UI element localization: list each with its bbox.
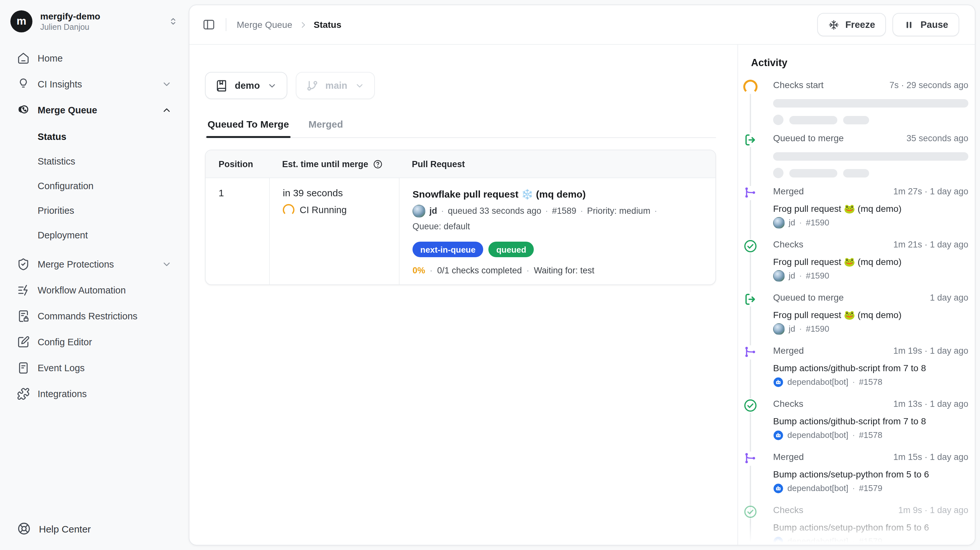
chevron-up-icon bbox=[162, 105, 172, 115]
activity-author: dependabot[bot] bbox=[788, 376, 848, 388]
sidebar-item-merge-queue[interactable]: Merge Queue bbox=[10, 97, 178, 123]
activity-panel: Activity Checks start7s · 29 seconds ago… bbox=[737, 45, 975, 545]
mergify-logo: m bbox=[10, 10, 32, 32]
sidebar-toggle-icon[interactable] bbox=[202, 18, 215, 31]
sidebar: m mergify-demo Julien Danjou HomeCI Insi… bbox=[0, 0, 189, 550]
avatar-jd bbox=[773, 217, 785, 228]
activity-pr-title[interactable]: Frog pull request 🐸 (mq demo) bbox=[773, 201, 968, 216]
tab-merged[interactable]: Merged bbox=[307, 115, 344, 137]
checks-completed: 0/1 checks completed bbox=[437, 266, 522, 275]
column-pull-request: Pull Request bbox=[399, 159, 715, 169]
pr-title[interactable]: Snowflake pull request ❄️ (mq demo) bbox=[412, 187, 715, 201]
sidebar-item-label: Integrations bbox=[38, 389, 172, 399]
sidebar-item-integrations[interactable]: Integrations bbox=[10, 381, 178, 407]
shield-check-icon bbox=[17, 258, 30, 271]
sidebar-item-status[interactable]: Status bbox=[10, 126, 178, 148]
sidebar-item-help-center[interactable]: Help Center bbox=[10, 516, 178, 542]
activity-entry[interactable]: Queued to merge1 day agoFrog pull reques… bbox=[743, 292, 968, 345]
column-position: Position bbox=[205, 159, 269, 169]
activity-entry-time: 1 day ago bbox=[930, 293, 968, 303]
sidebar-item-label: Commands Restrictions bbox=[38, 311, 172, 321]
sidebar-item-statistics[interactable]: Statistics bbox=[10, 150, 178, 172]
pr-meta: jd · queued 33 seconds ago · #1589 · Pri… bbox=[412, 205, 715, 218]
org-owner: Julien Danjou bbox=[40, 22, 160, 32]
sidebar-item-label: Merge Queue bbox=[38, 105, 154, 115]
table-row[interactable]: 1 in 39 seconds CI Running Snowflake pul… bbox=[205, 178, 715, 284]
pr-author: jd bbox=[430, 205, 437, 218]
puzzle-icon bbox=[17, 387, 30, 400]
activity-entry-title: Checks start bbox=[773, 80, 824, 90]
repository-select[interactable]: demo bbox=[205, 72, 287, 99]
pr-queue: Queue: default bbox=[412, 220, 715, 233]
dependabot-icon bbox=[773, 377, 783, 387]
sidebar-item-priorities[interactable]: Priorities bbox=[10, 200, 178, 222]
row-chevron-right-icon[interactable] bbox=[696, 189, 706, 199]
activity-author: dependabot[bot] bbox=[788, 482, 848, 494]
activity-pr-title[interactable]: Bump actions/github-script from 7 to 8 bbox=[773, 414, 968, 428]
activity-title: Activity bbox=[751, 56, 968, 69]
queue-table: Position Est. time until merge Pull Requ… bbox=[205, 150, 716, 285]
sidebar-item-event-logs[interactable]: Event Logs bbox=[10, 355, 178, 381]
activity-entry[interactable]: Checks1m 21s · 1 day agoFrog pull reques… bbox=[743, 239, 968, 292]
skeleton-bar bbox=[843, 116, 869, 124]
topbar-divider bbox=[226, 18, 226, 31]
chevron-down-icon bbox=[267, 81, 277, 90]
sidebar-item-commands-restrictions[interactable]: Commands Restrictions bbox=[10, 303, 178, 329]
sidebar-item-workflow-automation[interactable]: Workflow Automation bbox=[10, 277, 178, 303]
pause-button[interactable]: Pause bbox=[893, 13, 959, 36]
activity-pr-title[interactable]: Bump actions/setup-python from 5 to 6 bbox=[773, 520, 968, 534]
activity-entry[interactable]: Checks1m 9s · 1 day agoBump actions/setu… bbox=[743, 505, 968, 545]
checks-progress: 0% bbox=[412, 266, 425, 275]
snowflake-icon bbox=[829, 19, 840, 30]
main-card: Merge Queue Status Freeze Pause bbox=[189, 5, 975, 545]
activity-entry[interactable]: Checks1m 13s · 1 day agoBump actions/git… bbox=[743, 398, 968, 452]
sidebar-item-home[interactable]: Home bbox=[10, 45, 178, 71]
activity-pr-title[interactable]: Bump actions/github-script from 7 to 8 bbox=[773, 361, 968, 375]
activity-entry[interactable]: Merged1m 15s · 1 day agoBump actions/set… bbox=[743, 452, 968, 505]
freeze-button[interactable]: Freeze bbox=[818, 13, 886, 36]
activity-pr-title[interactable]: Frog pull request 🐸 (mq demo) bbox=[773, 255, 968, 269]
queue-main: demo main Queued To Merge Merged Po bbox=[189, 45, 737, 545]
sidebar-item-deployment[interactable]: Deployment bbox=[10, 224, 178, 246]
branch-select[interactable]: main bbox=[296, 72, 375, 99]
activity-entry[interactable]: Merged1m 27s · 1 day agoFrog pull reques… bbox=[743, 186, 968, 239]
activity-entry-title: Merged bbox=[773, 345, 804, 356]
activity-pr-title[interactable]: Bump actions/setup-python from 5 to 6 bbox=[773, 467, 968, 481]
ci-running-spinner-icon bbox=[283, 204, 294, 216]
lightbulb-icon bbox=[17, 78, 30, 91]
org-switcher[interactable]: m mergify-demo Julien Danjou bbox=[0, 0, 189, 41]
activity-author: jd bbox=[789, 269, 795, 282]
breadcrumb-merge-queue[interactable]: Merge Queue bbox=[237, 19, 292, 30]
sidebar-item-config-editor[interactable]: Config Editor bbox=[10, 329, 178, 355]
ci-status: CI Running bbox=[300, 205, 347, 215]
queue-enter-icon bbox=[743, 133, 757, 147]
book-repo-icon bbox=[215, 79, 228, 92]
label-queued[interactable]: queued bbox=[488, 242, 534, 257]
activity-entry-time: 7s · 29 seconds ago bbox=[889, 80, 968, 90]
sidebar-item-ci-insights[interactable]: CI Insights bbox=[10, 71, 178, 97]
tab-queued-to-merge[interactable]: Queued To Merge bbox=[206, 115, 290, 137]
activity-author: dependabot[bot] bbox=[788, 535, 848, 545]
sidebar-item-merge-protections[interactable]: Merge Protections bbox=[10, 251, 178, 277]
workflow-bolt-icon bbox=[17, 284, 30, 297]
activity-entry[interactable]: Checks start7s · 29 seconds ago bbox=[743, 80, 968, 133]
activity-author: jd bbox=[789, 216, 795, 229]
activity-entry[interactable]: Merged1m 19s · 1 day agoBump actions/git… bbox=[743, 345, 968, 398]
chevron-right-icon bbox=[299, 21, 307, 29]
spinner-icon bbox=[743, 80, 757, 94]
help-circle-icon[interactable] bbox=[373, 159, 383, 169]
activity-pr-number: #1590 bbox=[806, 269, 829, 282]
activity-entry-time: 1m 9s · 1 day ago bbox=[898, 505, 968, 515]
pr-number: #1589 bbox=[552, 205, 576, 218]
activity-entry-title: Queued to merge bbox=[773, 133, 844, 143]
sidebar-nav: HomeCI InsightsMerge QueueStatusStatisti… bbox=[0, 41, 189, 407]
sidebar-item-label: CI Insights bbox=[38, 79, 154, 89]
breadcrumb: Merge Queue Status bbox=[237, 19, 342, 30]
label-next-in-queue[interactable]: next-in-queue bbox=[412, 242, 483, 257]
topbar: Merge Queue Status Freeze Pause bbox=[189, 5, 975, 45]
queue-tabs: Queued To Merge Merged bbox=[205, 115, 716, 138]
activity-entry[interactable]: Queued to merge35 seconds ago bbox=[743, 133, 968, 186]
sidebar-item-configuration[interactable]: Configuration bbox=[10, 175, 178, 197]
activity-pr-title[interactable]: Frog pull request 🐸 (mq demo) bbox=[773, 308, 968, 322]
check-circle-icon bbox=[743, 239, 757, 253]
